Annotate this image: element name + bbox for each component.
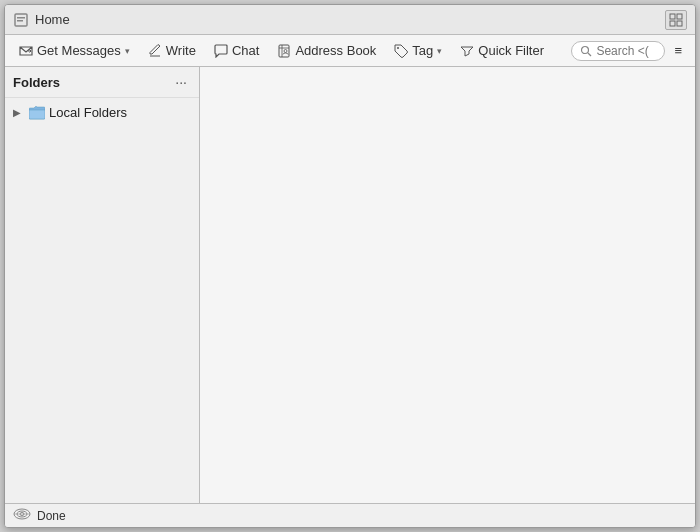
svg-rect-2 [17,20,23,22]
svg-rect-3 [670,14,675,19]
folder-expand-arrow: ▶ [13,107,25,118]
status-text: Done [37,509,66,523]
local-folders-label: Local Folders [49,105,127,120]
tag-arrow: ▾ [437,46,442,56]
main-window: Home Get Messages ▾ [4,4,696,528]
search-icon [580,45,592,57]
svg-rect-6 [677,21,682,26]
sidebar-header: Folders ··· [5,67,199,98]
content-area: Folders ··· ▶ Local Folders [5,67,695,503]
status-bar: Done [5,503,695,527]
menu-button[interactable]: ≡ [667,39,689,62]
svg-point-11 [284,49,287,52]
search-box[interactable] [571,41,665,61]
folders-heading: Folders [13,75,60,90]
folders-more-button[interactable]: ··· [171,73,191,91]
window-title: Home [35,12,659,27]
quick-filter-button[interactable]: Quick Filter [452,39,552,62]
chat-button[interactable]: Chat [206,39,267,62]
title-bar: Home [5,5,695,35]
sidebar: Folders ··· ▶ Local Folders [5,67,200,503]
svg-point-12 [397,47,399,49]
activity-icon [13,507,31,521]
toolbar: Get Messages ▾ Write Chat Add [5,35,695,67]
local-folders-item[interactable]: ▶ Local Folders [5,102,199,123]
title-bar-controls [665,10,687,30]
svg-rect-5 [670,21,675,26]
folder-icon [29,106,45,120]
svg-line-14 [588,53,591,56]
svg-point-13 [582,46,589,53]
svg-rect-4 [677,14,682,19]
main-panel [200,67,695,503]
search-input[interactable] [596,44,656,58]
address-book-button[interactable]: Address Book [269,39,384,62]
grid-button[interactable] [665,10,687,30]
status-icon [13,507,31,524]
get-messages-arrow: ▾ [125,46,130,56]
write-button[interactable]: Write [140,39,204,62]
window-icon [13,12,29,28]
folder-list: ▶ Local Folders [5,98,199,503]
svg-rect-1 [17,17,25,19]
get-messages-button[interactable]: Get Messages ▾ [11,39,138,62]
tag-button[interactable]: Tag ▾ [386,39,450,62]
